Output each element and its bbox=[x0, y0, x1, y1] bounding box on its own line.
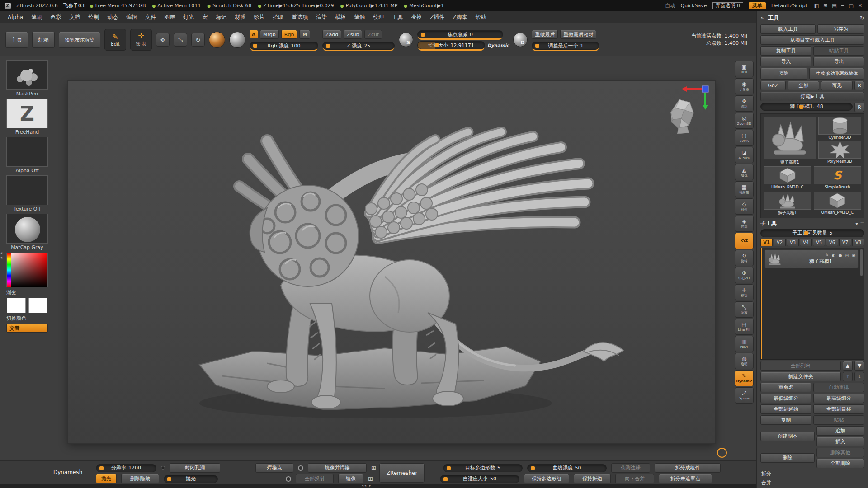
auto-reorder-button[interactable]: 自动重排 bbox=[813, 383, 864, 392]
shelf-toggle-button[interactable]: ◎ Zoom3D bbox=[735, 113, 754, 129]
window-control-icon[interactable]: ▢ bbox=[847, 3, 854, 9]
lightbox-tool-button[interactable]: 灯箱▶工具 bbox=[760, 92, 864, 101]
z-intensity-slider[interactable]: Z 强度25 bbox=[322, 42, 395, 50]
menu-item[interactable]: 纹理 bbox=[369, 11, 388, 23]
zremesher-button[interactable]: ZRemesher bbox=[379, 463, 425, 483]
window-control-icon[interactable]: ⊞ bbox=[822, 3, 829, 9]
shelf-toggle-button[interactable]: ◪ AC50% bbox=[735, 147, 754, 163]
slider-handle[interactable] bbox=[799, 105, 803, 109]
append-button[interactable]: 追加 bbox=[816, 426, 864, 436]
shelf-toggle-button[interactable]: ✎ Dynamic bbox=[735, 370, 754, 386]
window-control-icon[interactable]: ─ bbox=[840, 3, 846, 9]
merge-down-button[interactable]: 向下合并 bbox=[615, 474, 654, 483]
project-all-button[interactable]: 全部投射 bbox=[296, 474, 334, 483]
load-tool-button[interactable]: 载入工具 bbox=[760, 24, 816, 34]
polish-slider[interactable]: 抛光 bbox=[164, 475, 218, 483]
delete-other-button[interactable]: 删除其他 bbox=[816, 448, 864, 457]
menu-item[interactable]: 帮助 bbox=[472, 11, 491, 23]
menu-item[interactable]: 变换 bbox=[407, 11, 426, 23]
scale-button[interactable]: ⤡ bbox=[174, 33, 187, 47]
slider-handle[interactable] bbox=[421, 33, 425, 37]
shelf-toggle-button[interactable]: ⊕ 中心2D bbox=[735, 267, 754, 283]
menu-item[interactable]: 宏 bbox=[198, 11, 212, 23]
scrollbar-arrows-icon[interactable]: ◂◂ ▸ bbox=[362, 483, 372, 488]
menu-item[interactable]: 渲染 bbox=[312, 11, 331, 23]
home-button[interactable]: 主页 bbox=[5, 32, 28, 48]
picker-thumbnail[interactable] bbox=[6, 60, 48, 90]
menu-item[interactable]: 灯光 bbox=[179, 11, 198, 23]
shelf-toggle-button[interactable]: ◍ 透明 bbox=[735, 353, 754, 369]
active-tool-r-button[interactable]: R bbox=[854, 103, 864, 112]
draw-size-slider[interactable]: 绘制大小12.91171 bbox=[417, 41, 485, 49]
folder-up-button[interactable]: ↥ bbox=[843, 372, 853, 381]
resolution-slider[interactable]: 分辨率1200 bbox=[96, 464, 156, 472]
all-to-start-button[interactable]: 全部到起始 bbox=[760, 404, 811, 414]
slider-handle[interactable] bbox=[447, 466, 451, 470]
menu-item[interactable]: 模板 bbox=[331, 11, 350, 23]
keep-groups-button[interactable]: 保持多边形组 bbox=[524, 474, 569, 483]
rename-button[interactable]: 重命名 bbox=[760, 383, 811, 392]
shelf-toggle-button[interactable]: ⤡ 缩放 bbox=[735, 301, 754, 318]
menu-item[interactable]: 工具 bbox=[388, 11, 407, 23]
canvas-document[interactable] bbox=[68, 81, 715, 443]
split-to-parts-button[interactable]: 拆分成组件 bbox=[655, 463, 721, 473]
menu-item[interactable]: 动态 bbox=[103, 11, 122, 23]
weld-points-button[interactable]: 焊接点 bbox=[255, 463, 293, 473]
target-poly-slider[interactable]: 目标多边形数5 bbox=[443, 464, 523, 472]
tool-thumbnail-simplebrush[interactable]: S bbox=[814, 166, 862, 184]
clone-button[interactable]: 克隆 bbox=[760, 68, 807, 80]
tool-slot[interactable]: 狮子高模1 bbox=[764, 117, 816, 164]
mirror-and-weld-button[interactable]: 镜像并焊接 bbox=[308, 463, 367, 473]
make-polymesh-button[interactable]: 生成 多边形网格物体 bbox=[809, 68, 864, 80]
picker-thumbnail[interactable] bbox=[6, 137, 48, 167]
menu-item[interactable]: Alpha bbox=[4, 11, 27, 23]
horizontal-scrollbar[interactable]: ◂◂ ▸ bbox=[0, 484, 756, 488]
stroke-d-icon[interactable]: D bbox=[513, 33, 528, 47]
slider-handle[interactable] bbox=[167, 477, 171, 481]
weld-points-radio[interactable] bbox=[298, 465, 303, 471]
list-all-button[interactable]: 全部列出 bbox=[760, 361, 841, 371]
goz-r-button[interactable]: R bbox=[854, 81, 864, 90]
shelf-toggle-button[interactable]: ↻ 旋转 bbox=[735, 250, 754, 266]
shelf-toggle-button[interactable]: ▢ 100% bbox=[735, 130, 754, 146]
slider-handle[interactable] bbox=[253, 44, 257, 48]
menu-item[interactable]: Z脚本 bbox=[448, 11, 471, 23]
shelf-toggle-button[interactable]: ▣ BPR bbox=[735, 61, 754, 77]
shelf-toggle-button[interactable]: ✥ 涂动 bbox=[735, 95, 754, 112]
menu-item[interactable]: 编辑 bbox=[122, 11, 141, 23]
mirror-grid-icon[interactable]: ⊞ bbox=[371, 465, 376, 471]
picker-thumbnail[interactable] bbox=[6, 214, 48, 244]
split-unmasked-button[interactable]: 拆分未遮罩点 bbox=[659, 474, 712, 483]
pointer-icon[interactable]: ↖ bbox=[760, 15, 765, 21]
subtool-item-icons[interactable]: ✎ ◐ ● ◎ ◉ bbox=[785, 253, 856, 258]
slider-handle[interactable] bbox=[531, 466, 535, 470]
menu-item[interactable]: 笔刷 bbox=[27, 11, 46, 23]
tool-slot[interactable]: UMesh_PM3D_C bbox=[764, 166, 811, 190]
edit-button[interactable]: ✎ Edit bbox=[104, 29, 126, 51]
shelf-toggle-button[interactable]: ◈ 局部 bbox=[735, 216, 754, 232]
menu-item[interactable]: 首选项 bbox=[288, 11, 312, 23]
lightbox-button[interactable]: 灯箱 bbox=[32, 32, 55, 48]
tool-thumbnail-umesh2[interactable] bbox=[814, 192, 862, 210]
slider-handle[interactable] bbox=[804, 231, 808, 235]
save-as-button[interactable]: 另存为 bbox=[817, 24, 864, 34]
curve-strength-slider[interactable]: 曲线强度50 bbox=[527, 464, 607, 472]
subtool-tab[interactable]: V2 bbox=[774, 239, 786, 246]
highest-subdiv-button[interactable]: 最高级细分 bbox=[813, 394, 864, 403]
slider-handle[interactable] bbox=[326, 44, 330, 48]
dynamic-label[interactable]: Dynamic bbox=[487, 43, 509, 48]
menu-item[interactable]: 色彩 bbox=[46, 11, 65, 23]
shelf-toggle-button[interactable]: ◭ 透视 bbox=[735, 164, 754, 180]
subtool-tab[interactable]: V6 bbox=[826, 239, 838, 246]
redo-last-button[interactable]: 重做最后 bbox=[532, 30, 558, 39]
menu-item[interactable]: 影片 bbox=[250, 11, 269, 23]
rgb-intensity-slider[interactable]: Rgb 强度100 bbox=[250, 42, 318, 50]
move-button[interactable]: ✥ bbox=[156, 33, 170, 47]
quicksave-button[interactable]: QuickSave bbox=[680, 3, 707, 9]
shelf-toggle-button[interactable]: ⤢ Xpose bbox=[735, 387, 754, 404]
split-section-label[interactable]: 拆分 bbox=[760, 469, 864, 477]
mirror-button[interactable]: 镜像 bbox=[338, 474, 363, 483]
primary-color-swatch[interactable] bbox=[7, 298, 26, 313]
zscript-label[interactable]: DefaultZScript bbox=[771, 3, 807, 9]
subtool-tab[interactable]: V5 bbox=[813, 239, 825, 246]
